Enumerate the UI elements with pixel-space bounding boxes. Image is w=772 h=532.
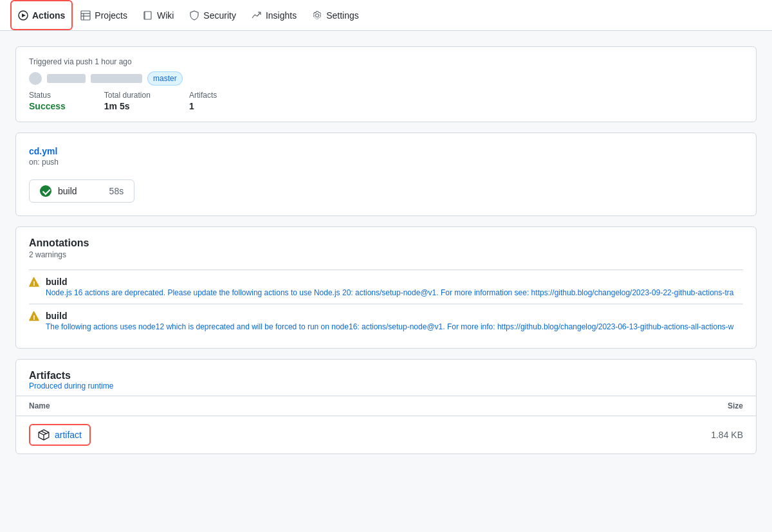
- svg-rect-2: [81, 11, 90, 20]
- nav-label-insights: Insights: [266, 10, 297, 21]
- nav-label-actions: Actions: [32, 10, 65, 21]
- main-content: Triggered via push 1 hour ago master Sta…: [0, 31, 772, 532]
- commit-avatar: [29, 72, 42, 85]
- shield-icon: [189, 10, 199, 21]
- artifacts-count-group: Artifacts 1: [189, 91, 217, 111]
- annotation-job: build: [46, 277, 734, 287]
- top-nav: Actions Projects Wiki Security: [0, 0, 772, 31]
- nav-label-projects: Projects: [95, 10, 127, 21]
- annotation-msg: The following actions uses node12 which …: [46, 322, 734, 331]
- artifacts-header: Artifacts Produced during runtime: [16, 360, 756, 396]
- svg-marker-1: [22, 14, 26, 17]
- annotations-title: Annotations: [29, 237, 743, 249]
- annotation-item: build Node.js 16 actions are deprecated.…: [29, 270, 743, 304]
- artifacts-title: Artifacts: [29, 370, 743, 381]
- artifact-item[interactable]: artifact: [29, 424, 91, 446]
- artifacts-count-value: 1: [189, 101, 194, 111]
- warning-icon: [29, 277, 39, 288]
- branch-badge[interactable]: master: [147, 71, 183, 86]
- artifact-size: 1.84 KB: [711, 430, 743, 440]
- commit-message: [91, 74, 142, 83]
- status-value: Success: [29, 101, 66, 111]
- status-group: Status Success: [29, 91, 66, 111]
- check-success-icon: [40, 185, 51, 197]
- nav-item-settings[interactable]: Settings: [304, 0, 367, 30]
- artifact-row[interactable]: artifact 1.84 KB: [16, 416, 756, 454]
- nav-item-insights[interactable]: Insights: [244, 0, 304, 30]
- duration-group: Total duration 1m 5s: [104, 91, 151, 111]
- workflow-filename[interactable]: cd.yml: [29, 146, 743, 156]
- job-duration: 58s: [109, 186, 124, 196]
- warning-icon: [29, 311, 39, 322]
- nav-item-security[interactable]: Security: [181, 0, 244, 30]
- artifact-name: artifact: [55, 430, 82, 440]
- artifacts-card: Artifacts Produced during runtime Name S…: [15, 359, 757, 454]
- annotation-content: build Node.js 16 actions are deprecated.…: [46, 277, 734, 297]
- annotation-item: build The following actions uses node12 …: [29, 304, 743, 338]
- graph-icon: [252, 10, 262, 21]
- job-label: build: [58, 186, 77, 196]
- annotations-card: Annotations 2 warnings build Node.js 16 …: [15, 226, 757, 349]
- duration-value: 1m 5s: [104, 101, 130, 111]
- run-status-card: Triggered via push 1 hour ago master Sta…: [15, 46, 757, 122]
- status-label: Status: [29, 91, 66, 100]
- nav-item-actions[interactable]: Actions: [10, 0, 73, 30]
- col-name: Name: [16, 396, 462, 416]
- commit-hash: [47, 74, 86, 83]
- nav-label-security: Security: [203, 10, 236, 21]
- duration-label: Total duration: [104, 91, 151, 100]
- play-icon: [18, 10, 28, 21]
- artifacts-count-label: Artifacts: [189, 91, 217, 100]
- table-icon: [80, 10, 91, 21]
- book-icon: [143, 10, 153, 21]
- triggered-label: Triggered via push 1 hour ago: [29, 57, 743, 66]
- annotation-job: build: [46, 311, 734, 321]
- box-icon: [38, 429, 50, 441]
- workflow-card: cd.yml on: push build 58s: [15, 133, 757, 216]
- artifacts-table: Name Size: [16, 396, 756, 454]
- nav-label-settings: Settings: [326, 10, 359, 21]
- artifacts-subtitle: Produced during runtime: [29, 381, 743, 390]
- annotations-subtitle: 2 warnings: [29, 250, 743, 259]
- nav-item-wiki[interactable]: Wiki: [135, 0, 181, 30]
- nav-label-wiki: Wiki: [157, 10, 174, 21]
- workflow-trigger: on: push: [29, 158, 743, 167]
- job-item-build[interactable]: build 58s: [29, 179, 134, 203]
- annotation-content: build The following actions uses node12 …: [46, 311, 734, 331]
- col-size: Size: [462, 396, 756, 416]
- nav-item-projects[interactable]: Projects: [73, 0, 135, 30]
- gear-icon: [312, 10, 322, 21]
- annotation-msg: Node.js 16 actions are deprecated. Pleas…: [46, 288, 734, 297]
